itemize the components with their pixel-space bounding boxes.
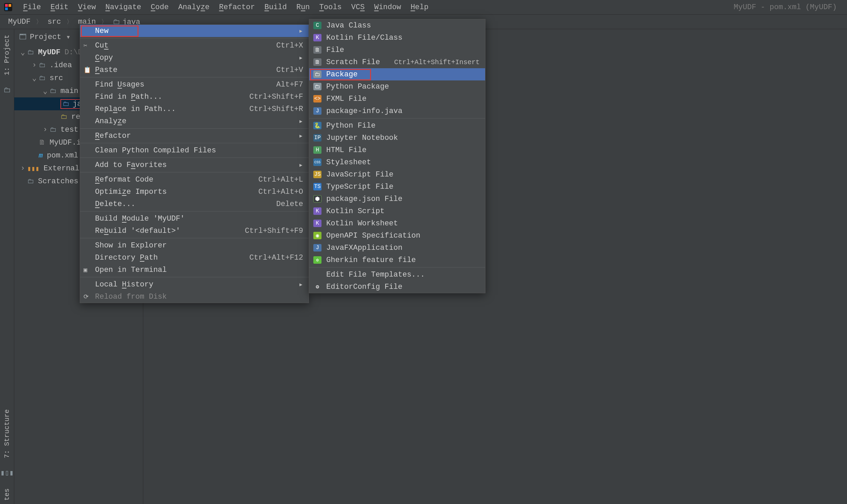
new-javafx[interactable]: JJavaFXApplication [309, 242, 485, 254]
js-icon: JS [313, 171, 322, 178]
new-jupyter[interactable]: IPJupyter Notebook [309, 132, 485, 144]
svg-rect-2 [8, 4, 11, 7]
gear-icon: ⚙ [313, 283, 322, 290]
ctx-reload[interactable]: ⟳ Reload from Disk [80, 290, 309, 303]
new-kotlin-file[interactable]: KKotlin File/Class [309, 32, 485, 44]
crumb-src[interactable]: src [46, 18, 63, 26]
submenu-arrow-icon: ▸ [299, 53, 303, 62]
svg-rect-1 [5, 4, 8, 7]
scratch-icon: 🗎 [313, 58, 322, 66]
crumb-root[interactable]: MyUDF [6, 18, 33, 26]
openapi-icon: ◉ [313, 232, 322, 239]
new-package-json[interactable]: ⬢package.json File [309, 193, 485, 205]
new-scratch-file[interactable]: 🗎Scratch FileCtrl+Alt+Shift+Insert [309, 56, 485, 68]
ctx-delete[interactable]: Delete... Delete [80, 198, 309, 210]
menu-navigate[interactable]: Navigate [101, 2, 146, 13]
menu-vcs[interactable]: VCS [347, 2, 370, 13]
new-stylesheet[interactable]: CSSStylesheet [309, 156, 485, 168]
ctx-new[interactable]: New ▸ [80, 25, 309, 37]
new-typescript-file[interactable]: TSTypeScript File [309, 181, 485, 193]
menu-view[interactable]: View [73, 2, 101, 13]
chevron-down-icon[interactable]: ▾ [66, 33, 70, 42]
new-file[interactable]: 🗎File [309, 44, 485, 56]
new-kotlin-script[interactable]: KKotlin Script [309, 205, 485, 217]
menu-edit[interactable]: Edit [46, 2, 73, 13]
ctx-build-module[interactable]: Build Module 'MyUDF' [80, 213, 309, 225]
new-kotlin-worksheet[interactable]: KKotlin Worksheet [309, 217, 485, 230]
ctx-open-terminal[interactable]: ▣ Open in Terminal [80, 264, 309, 276]
new-edit-templates[interactable]: Edit File Templates... [309, 268, 485, 281]
submenu-arrow-icon: ▸ [299, 26, 303, 36]
python-icon: 🐍 [313, 122, 322, 129]
menu-refactor[interactable]: Refactor [214, 2, 260, 13]
new-python-file[interactable]: 🐍Python File [309, 120, 485, 132]
chevron-right-icon: 〉 [65, 18, 74, 26]
tool-tab-project[interactable]: 1: Project [2, 31, 12, 79]
folder-icon: 🗀 [313, 71, 322, 78]
ctx-analyze[interactable]: Analyze ▸ [80, 115, 309, 127]
ctx-directory-path[interactable]: Directory Path Ctrl+Alt+F12 [80, 252, 309, 264]
new-editorconfig[interactable]: ⚙EditorConfig File [309, 281, 485, 293]
new-javascript-file[interactable]: JSJavaScript File [309, 168, 485, 181]
folder-icon: 🗀 [3, 86, 11, 95]
kotlin-icon: K [313, 34, 322, 41]
panel-title: Project [30, 33, 61, 41]
tool-tab-structure[interactable]: 7: Structure [2, 406, 12, 462]
ctx-show-explorer[interactable]: Show in Explorer [80, 239, 309, 252]
ctx-cut[interactable]: ✂ Cut Ctrl+X [80, 39, 309, 52]
java-icon: J [313, 244, 322, 252]
kotlin-icon: K [313, 220, 322, 227]
new-package[interactable]: 🗀Package [309, 68, 485, 80]
ctx-replace-in-path[interactable]: Replace in Path... Ctrl+Shift+R [80, 103, 309, 115]
menu-file[interactable]: File [18, 2, 46, 13]
tool-tab-tes[interactable]: tes [2, 488, 12, 504]
context-menu: New ▸ ✂ Cut Ctrl+X Copy ▸ 📋 Paste Ctrl+V… [80, 24, 309, 303]
ctx-find-usages[interactable]: Find Usages Alt+F7 [80, 78, 309, 91]
ctx-find-in-path[interactable]: Find in Path... Ctrl+Shift+F [80, 91, 309, 103]
menu-window[interactable]: Window [370, 2, 406, 13]
new-java-class[interactable]: CJava Class [309, 19, 485, 32]
ctx-add-favorites[interactable]: Add to Favorites ▸ [80, 159, 309, 171]
menu-run[interactable]: Run [292, 2, 315, 13]
ctx-paste[interactable]: 📋 Paste Ctrl+V [80, 64, 309, 76]
menu-help[interactable]: Help [406, 2, 433, 13]
new-submenu: CJava Class KKotlin File/Class 🗎File 🗎Sc… [309, 19, 485, 293]
left-tool-stripe: 1: Project 🗀 7: Structure ▮▯▮ tes [0, 29, 14, 504]
tree-root-label: MyUDF [38, 48, 60, 57]
menu-code[interactable]: Code [146, 2, 174, 13]
css-icon: CSS [313, 159, 322, 166]
ctx-clean-python[interactable]: Clean Python Compiled Files [80, 144, 309, 157]
submenu-arrow-icon: ▸ [299, 161, 303, 170]
new-html-file[interactable]: HHTML File [309, 144, 485, 156]
ide-logo-icon [3, 2, 13, 12]
ctx-local-history[interactable]: Local History ▸ [80, 278, 309, 290]
ctx-copy[interactable]: Copy ▸ [80, 52, 309, 64]
ctx-optimize-imports[interactable]: Optimize Imports Ctrl+Alt+O [80, 186, 309, 198]
svg-rect-3 [5, 7, 8, 10]
main-menu-bar: File Edit View Navigate Code Analyze Ref… [0, 0, 847, 14]
ctx-refactor[interactable]: Refactor ▸ [80, 130, 309, 142]
submenu-arrow-icon: ▸ [299, 280, 303, 289]
gherkin-icon: ✲ [313, 256, 322, 264]
submenu-arrow-icon: ▸ [299, 131, 303, 141]
new-python-package[interactable]: 🗀Python Package [309, 80, 485, 93]
terminal-icon: ▣ [84, 266, 87, 273]
node-icon: ⬢ [313, 195, 322, 203]
ctx-reformat[interactable]: Reformat Code Ctrl+Alt+L [80, 174, 309, 186]
ctx-rebuild[interactable]: Rebuild '<default>' Ctrl+Shift+F9 [80, 225, 309, 237]
submenu-arrow-icon: ▸ [299, 117, 303, 126]
menu-tools[interactable]: Tools [315, 2, 347, 13]
structure-icon: ▮▯▮ [0, 468, 14, 478]
clipboard-icon: 📋 [84, 66, 91, 74]
jupyter-icon: IP [313, 134, 322, 142]
new-gherkin[interactable]: ✲Gherkin feature file [309, 254, 485, 266]
new-fxml-file[interactable]: <>FXML File [309, 93, 485, 105]
blank-icon [313, 271, 322, 278]
window-title: MyUDF - pom.xml (MyUDF) [734, 3, 844, 12]
new-openapi[interactable]: ◉OpenAPI Specification [309, 230, 485, 242]
menu-build[interactable]: Build [260, 2, 292, 13]
menu-analyze[interactable]: Analyze [174, 2, 214, 13]
fxml-icon: <> [313, 95, 322, 103]
new-package-info[interactable]: Jpackage-info.java [309, 105, 485, 117]
java-icon: J [313, 107, 322, 115]
